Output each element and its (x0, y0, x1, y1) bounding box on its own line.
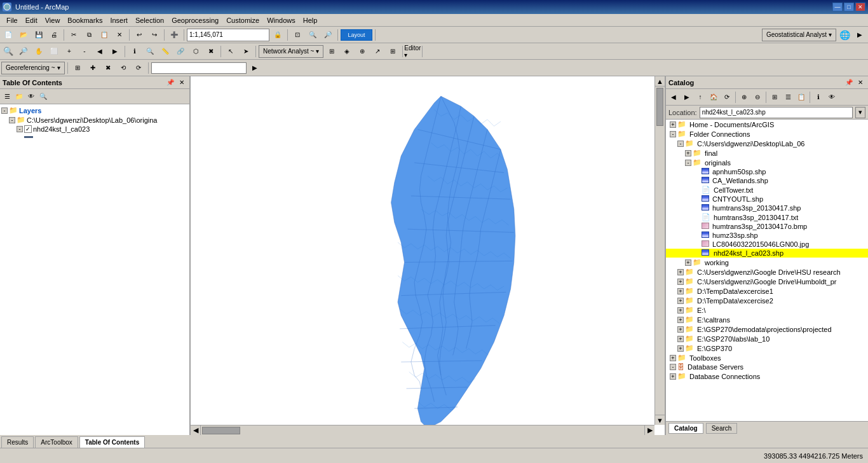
toc-search-btn[interactable]: 🔍 (37, 91, 49, 102)
undo-button[interactable]: ↩ (132, 28, 146, 42)
na-tool1[interactable]: ⊞ (325, 45, 339, 59)
select-features[interactable]: ⬡ (189, 45, 203, 59)
na-tool2[interactable]: ◈ (340, 45, 354, 59)
close-button[interactable]: ✕ (855, 3, 865, 11)
hyperlink-tool[interactable]: 🔗 (173, 45, 187, 59)
zoom-in-tool[interactable]: 🔍 (1, 45, 15, 59)
catalog-tree-item[interactable]: +📁final (666, 148, 868, 158)
catalog-tab[interactable]: Catalog (668, 423, 703, 434)
paste-button[interactable]: 📋 (97, 28, 111, 42)
tree-expand-btn[interactable]: + (677, 336, 684, 342)
new-button[interactable]: 📄 (1, 28, 15, 42)
toc-auto-hide[interactable]: 📌 (165, 78, 175, 88)
catalog-tree-item[interactable]: +📁E:\GSP370 (666, 343, 868, 353)
catalog-tree-item[interactable]: apnhum50sp.shp (666, 167, 868, 176)
network-analyst-dropdown[interactable]: Network Analyst ~ ▾ (259, 45, 323, 58)
toc-close[interactable]: ✕ (177, 78, 187, 88)
toc-layers-row[interactable]: - 📁 Layers (1, 106, 188, 115)
catalog-tree-item[interactable]: humz33sp.shp (666, 231, 868, 240)
georef-tool2[interactable]: ✚ (86, 61, 100, 75)
catalog-tree-item[interactable]: +📁E:\GSP270\labs\lab_10 (666, 334, 868, 343)
catalog-auto-hide[interactable]: 📌 (844, 78, 854, 88)
georef-tool3[interactable]: ✖ (101, 61, 115, 75)
toc-layer-row[interactable]: - ✓ nhd24kst_l_ca023 (1, 125, 188, 134)
editor-dropdown[interactable]: Editor ▾ (405, 45, 419, 59)
select-tool[interactable]: ↖ (224, 45, 238, 59)
measure-tool[interactable]: 📏 (158, 45, 172, 59)
pan-tool[interactable]: ✋ (32, 45, 46, 59)
print-button[interactable]: 🖨 (47, 28, 61, 42)
path-expand[interactable]: - (9, 117, 15, 123)
catalog-home[interactable]: 🏠 (707, 91, 720, 104)
catalog-tree-item[interactable]: +📁D:\TempData\excercise1 (666, 286, 868, 296)
catalog-tree-item[interactable]: 📄humtrans3sp_20130417.txt (666, 212, 868, 222)
menu-customize[interactable]: Customize (222, 15, 263, 25)
catalog-tree-item[interactable]: +📁Home - Documents/ArcGIS (666, 120, 868, 129)
georef-go[interactable]: ▶ (248, 61, 262, 75)
layer-expand[interactable]: - (17, 126, 23, 132)
analyst-btn2[interactable]: ▶ (853, 28, 867, 42)
catalog-detail[interactable]: 📋 (795, 91, 808, 104)
delete-button[interactable]: ✕ (112, 28, 126, 42)
catalog-tree-item[interactable]: -📁originals (666, 158, 868, 167)
scroll-left-btn[interactable]: ◀ (191, 425, 201, 435)
tree-expand-btn[interactable]: + (670, 355, 676, 361)
tree-expand-btn[interactable]: + (670, 121, 676, 128)
minimize-button[interactable]: — (832, 3, 843, 11)
georeferencing-dropdown[interactable]: Georeferencing ~ ▾ (1, 62, 65, 74)
menu-insert[interactable]: Insert (106, 15, 132, 25)
toc-list-btn[interactable]: ☰ (1, 91, 13, 102)
scroll-right-btn[interactable]: ▶ (644, 425, 654, 435)
layers-expand[interactable]: - (1, 107, 8, 114)
georef-tool5[interactable]: ⟳ (132, 61, 146, 75)
fixed-zoom-in[interactable]: + (62, 45, 76, 59)
find-tool[interactable]: 🔍 (143, 45, 157, 59)
tree-expand-btn[interactable]: - (677, 141, 684, 147)
catalog-tree-item[interactable]: -🗄Database Servers (666, 363, 868, 371)
scale-lock[interactable]: 🔒 (271, 28, 285, 42)
catalog-tree-item[interactable]: -📁Folder Connections (666, 129, 868, 139)
redo-button[interactable]: ↪ (147, 28, 161, 42)
tree-expand-btn[interactable]: - (670, 364, 676, 370)
catalog-tree-item[interactable]: +📁C:\Users\dgwenzi\Google Drive\HSU rese… (666, 267, 868, 277)
arrow-tool[interactable]: ➤ (239, 45, 253, 59)
tree-expand-btn[interactable]: + (677, 345, 684, 352)
catalog-tree-item[interactable]: +📁D:\TempData\excercise2 (666, 296, 868, 305)
catalog-tree-item[interactable]: humtrans3sp_20130417o.bmp (666, 222, 868, 231)
search-tab[interactable]: Search (706, 423, 738, 434)
catalog-tree-item[interactable]: +📁E:\GSP270\demodata\projections\project… (666, 324, 868, 334)
catalog-tree-item[interactable]: +📁working (666, 258, 868, 267)
catalog-tree-item[interactable]: CNTYOUTL.shp (666, 195, 868, 204)
catalog-tree-item[interactable]: LC80460322015046LGN00.jpg (666, 240, 868, 249)
catalog-back[interactable]: ◀ (667, 91, 680, 104)
save-button[interactable]: 💾 (32, 28, 46, 42)
clear-selection[interactable]: ✖ (204, 45, 218, 59)
georef-tool4[interactable]: ⟲ (116, 61, 130, 75)
vertical-scrollbar[interactable]: ▲ ▼ (654, 76, 665, 425)
scroll-down-btn[interactable]: ▼ (655, 415, 665, 425)
copy-button[interactable]: ⧉ (82, 28, 96, 42)
toc-vis-btn[interactable]: 👁 (25, 91, 37, 102)
catalog-list[interactable]: ☰ (782, 91, 794, 104)
catalog-tree-item[interactable]: +📁Database Connections (666, 371, 868, 381)
tree-expand-btn[interactable]: - (685, 160, 691, 166)
h-scroll-thumb[interactable] (202, 427, 240, 434)
catalog-tree-item[interactable]: -📁C:\Users\dgwenzi\Desktop\Lab_06 (666, 139, 868, 148)
menu-view[interactable]: View (41, 15, 64, 25)
tree-expand-btn[interactable]: + (685, 150, 691, 156)
catalog-tree-item[interactable]: +📁E:\ (666, 305, 868, 315)
geostatistical-analyst-dropdown[interactable]: Geostatistical Analyst ▾ (762, 29, 836, 41)
catalog-metadata[interactable]: ℹ (812, 91, 825, 104)
catalog-tree-item[interactable]: +📁C:\Users\dgwenzi\Google Drive\Humboldt… (666, 277, 868, 286)
catalog-forward[interactable]: ▶ (681, 91, 693, 104)
zoom-full[interactable]: ⊡ (290, 28, 304, 42)
cut-button[interactable]: ✂ (67, 28, 81, 42)
tree-expand-btn[interactable]: + (670, 373, 676, 380)
tree-expand-btn[interactable]: + (685, 259, 691, 266)
zoom-in[interactable]: 🔍 (306, 28, 320, 42)
tree-expand-btn[interactable]: + (677, 279, 684, 285)
na-tool3[interactable]: ⊕ (355, 45, 369, 59)
georef-input[interactable] (151, 62, 247, 74)
zoom-out[interactable]: 🔎 (321, 28, 335, 42)
catalog-large-icon[interactable]: ⊞ (768, 91, 781, 104)
